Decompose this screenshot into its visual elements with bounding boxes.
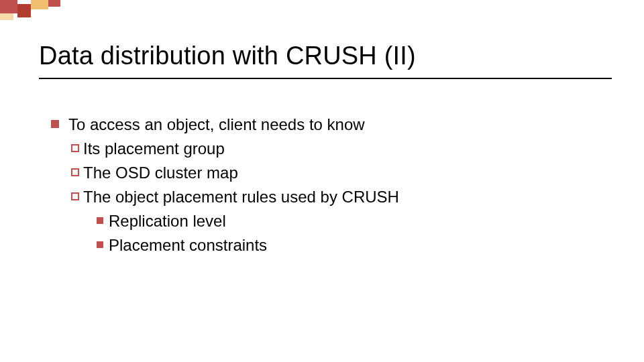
slide-body: To access an object, client needs to kno…: [51, 113, 399, 257]
slide-title: Data distribution with CRUSH (II): [39, 42, 416, 70]
bullet-level2: Its placement group: [71, 137, 399, 161]
bullet-text: The object placement rules used by CRUSH: [83, 185, 399, 209]
square-bullet-icon: [51, 120, 59, 128]
square-small-icon: [97, 217, 103, 224]
bullet-level1: To access an object, client needs to kno…: [51, 113, 399, 137]
square-outline-icon: [71, 144, 79, 152]
square-outline-icon: [71, 192, 79, 200]
bullet-text: Placement constraints: [109, 233, 267, 257]
bullet-text: Its placement group: [83, 137, 225, 161]
bullet-level3: Replication level: [97, 209, 399, 233]
square-small-icon: [97, 241, 103, 248]
bullet-text: Replication level: [109, 209, 226, 233]
bullet-level3: Placement constraints: [97, 233, 399, 257]
title-underline: [39, 78, 612, 79]
bullet-text: To access an object, client needs to kno…: [68, 113, 365, 137]
bullet-level2: The OSD cluster map: [71, 161, 399, 185]
bullet-level2: The object placement rules used by CRUSH: [71, 185, 399, 209]
square-outline-icon: [71, 168, 79, 176]
corner-decoration: [0, 0, 107, 27]
bullet-text: The OSD cluster map: [83, 161, 238, 185]
